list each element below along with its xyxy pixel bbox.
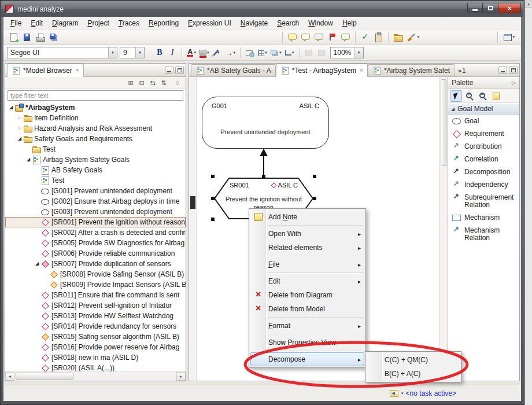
submenu-item-b-c-a-c[interactable]: B(C) + A(C) xyxy=(367,367,460,381)
tree-item-g002-ensure-that-airbag-deploys-in-time[interactable]: [G002] Ensure that Airbag deploys in tim… xyxy=(5,196,186,207)
expand-arrow-icon[interactable]: ▷ xyxy=(16,113,23,123)
font-size-select[interactable]: 9 ▾ xyxy=(120,47,145,58)
tree-item-sr012-prevent-self-ignition-of-initiator[interactable]: [SR012] Prevent self-ignition of Initiat… xyxy=(5,300,186,311)
palette-item-correlation[interactable]: Correlation xyxy=(448,153,519,165)
font-color-button[interactable]: A▾ xyxy=(185,46,198,59)
selection-handle[interactable] xyxy=(211,175,215,178)
menu-project[interactable]: Project xyxy=(83,17,113,29)
tree-item-sr018-new-in-ma-asil-d[interactable]: [SR018] new in ma (ASIL D) xyxy=(5,352,186,363)
tree-horizontal-scrollbar[interactable]: ◄ ► xyxy=(5,371,186,381)
review-comments-button[interactable] xyxy=(312,31,326,43)
note-tool[interactable] xyxy=(490,90,502,102)
bold-button[interactable]: B xyxy=(153,46,166,59)
italic-button[interactable]: I xyxy=(166,46,179,59)
tree-item-test[interactable]: Test xyxy=(5,144,186,154)
menu-item-file[interactable]: File▸ xyxy=(250,257,364,271)
submenu-item-c-c-qm-c[interactable]: C(C) + QM(C) xyxy=(367,353,460,367)
menu-item-add-note[interactable]: Add Note xyxy=(250,210,364,224)
selection-handle[interactable] xyxy=(211,218,215,221)
tab-airbag-system-safet[interactable]: *Airbag System Safet xyxy=(368,64,455,76)
save-button[interactable] xyxy=(20,31,34,43)
zoom-in-tool[interactable] xyxy=(464,90,475,102)
checklist-button[interactable] xyxy=(359,31,372,43)
expand-arrow-icon[interactable]: ▷ xyxy=(16,123,23,134)
select-tool[interactable] xyxy=(450,90,462,102)
close-button[interactable]: × xyxy=(498,3,521,13)
collapse-all-icon[interactable]: ⊟ xyxy=(136,78,147,88)
menu-item-delete-from-model[interactable]: Delete from Model xyxy=(250,302,364,316)
tree-item-sr016-provide-power-reserve-for-airbag[interactable]: [SR016] Provide power reserve for Airbag xyxy=(5,342,186,352)
show-comments-button[interactable] xyxy=(299,31,312,43)
palette-item-independency[interactable]: Independency xyxy=(448,178,519,191)
chevron-down-icon[interactable]: ▾ xyxy=(108,47,117,58)
selection-handle[interactable] xyxy=(262,175,265,178)
goal-node[interactable]: G001 ASIL C Prevent unintended deploymen… xyxy=(202,97,329,149)
palette-item-decomposition[interactable]: Decomposition xyxy=(448,165,519,178)
palette-drawer-goal-model[interactable]: ◢ Goal Model xyxy=(448,103,519,115)
save-all-button[interactable] xyxy=(47,31,60,43)
menu-item-show-properties-view[interactable]: Show Properties View xyxy=(250,336,364,349)
palette-item-requirement[interactable]: Requirement xyxy=(448,127,519,140)
view-menu-icon[interactable]: ▽ xyxy=(172,78,183,88)
line-color-button[interactable]: ▾ xyxy=(211,46,224,59)
tree-item-g003-prevent-unintended-deployment[interactable]: [G003] Prevent unintended deployment xyxy=(5,207,186,217)
tree-item-sr020-asil-a[interactable]: [SR020] (ASIL A(...)) xyxy=(5,363,186,371)
shape-style-button[interactable] xyxy=(243,46,256,59)
tree-item-item-definition[interactable]: ▷Item Definition xyxy=(5,113,186,123)
tree-item-sr005-provide-sw-diagnostics-for-airbag[interactable]: [SR005] Provide SW Diagnostics for Airba… xyxy=(5,238,186,248)
tree-item-sr006-provide-reliable-communication[interactable]: [SR006] Provide reliable communication xyxy=(5,248,186,259)
close-icon[interactable]: × xyxy=(76,67,79,73)
tree-item-test[interactable]: Test xyxy=(5,175,186,186)
menu-item-decompose[interactable]: Decompose▸ xyxy=(250,352,364,366)
scroll-up-icon[interactable]: ▴ xyxy=(525,0,532,8)
scroll-track[interactable] xyxy=(14,372,176,381)
titlebar[interactable]: medini analyze × xyxy=(1,1,523,17)
open-model-button[interactable] xyxy=(391,31,405,43)
flyout-arrow-icon[interactable]: ▷ xyxy=(512,80,516,86)
canvas-vertical-scrollbar[interactable] xyxy=(439,77,448,381)
add-comment-button[interactable] xyxy=(286,31,299,43)
view-minimize-button[interactable] xyxy=(165,67,173,74)
tab-overflow-button[interactable]: » 1 xyxy=(458,67,466,74)
menu-edit[interactable]: Edit xyxy=(26,17,47,29)
menu-search[interactable]: Search xyxy=(272,17,304,29)
tree-item-sr015-safing-sensor-algorithm-asil-b[interactable]: [SR015] Safing sensor algorithm (ASIL B) xyxy=(5,332,186,342)
menu-item-delete-from-diagram[interactable]: Delete from Diagram xyxy=(250,288,364,302)
palette-item-goal[interactable]: Goal xyxy=(448,115,519,127)
selection-handle[interactable] xyxy=(211,197,215,200)
expand-all-icon[interactable]: ⊞ xyxy=(125,78,136,88)
tab-model-browser[interactable]: *Model Browser × xyxy=(7,64,84,77)
maximize-button[interactable] xyxy=(483,3,498,13)
scroll-thumb[interactable] xyxy=(16,373,73,380)
align-button[interactable]: ▾ xyxy=(256,46,269,59)
scroll-thumb[interactable] xyxy=(190,196,195,209)
editor-maximize-button[interactable] xyxy=(509,67,518,74)
tree-item-sr007-provide-duplication-of-sensors[interactable]: ◢[SR007] Provide duplication of sensors xyxy=(5,259,186,269)
collapse-arrow-icon[interactable]: ◢ xyxy=(34,259,40,269)
scroll-left-icon[interactable]: ◄ xyxy=(5,372,14,381)
menu-item-related-elements[interactable]: Related elements▸ xyxy=(250,241,364,255)
tree-item-ab-safety-goals[interactable]: AB Safety Goals xyxy=(5,165,186,175)
tab-test-airbagsystem[interactable]: *Test - AirbagSystem× xyxy=(276,64,368,77)
tree-item-airbagsystem[interactable]: ◢*AirbagSystem xyxy=(5,102,186,113)
tree-item-airbag-system-safety-goals[interactable]: ◢Airbag System Safety Goals xyxy=(5,154,186,165)
task-widget[interactable]: ▾ <no task active> xyxy=(390,389,456,397)
menu-expression-ui[interactable]: Expression UI xyxy=(183,17,236,29)
menu-item-edit[interactable]: Edit▸ xyxy=(250,274,364,288)
tree-item-hazard-analysis-and-risk-assessment[interactable]: ▷Hazard Analysis and Risk Assessment xyxy=(5,123,186,134)
tab-ab-safety-goals-a[interactable]: *AB Safety Goals - A xyxy=(191,64,276,76)
chevron-down-icon[interactable]: ▾ xyxy=(135,47,144,58)
tree-item-sr009-provide-impact-sensors-asil-b[interactable]: [SR009] Provide Impact Sensors (ASIL B) xyxy=(5,279,186,290)
selection-handle[interactable] xyxy=(313,197,316,200)
minimize-button[interactable] xyxy=(467,3,483,13)
collapse-arrow-icon[interactable]: ◢ xyxy=(25,154,32,165)
format-painter-button[interactable]: ▾ xyxy=(405,31,421,43)
filter-input[interactable] xyxy=(8,90,183,101)
order-button[interactable]: ▾ xyxy=(269,46,283,59)
task-comment-button[interactable] xyxy=(339,31,352,43)
fill-color-button[interactable]: ▾ xyxy=(198,46,211,59)
arrow-style-button[interactable]: →▾ xyxy=(224,46,238,59)
editor-minimize-button[interactable] xyxy=(498,67,507,74)
close-icon[interactable]: × xyxy=(360,67,363,73)
menu-help[interactable]: Help xyxy=(338,17,361,29)
